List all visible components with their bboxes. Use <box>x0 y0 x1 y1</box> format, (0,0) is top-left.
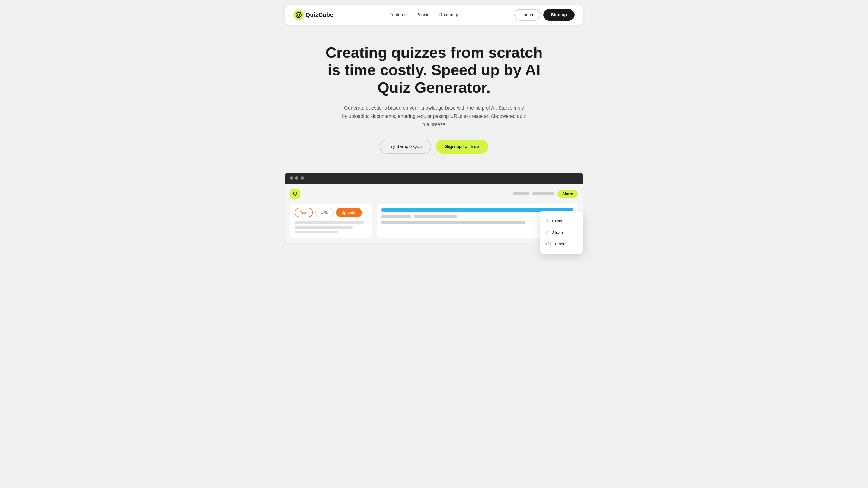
tab-url[interactable]: URL <box>315 208 334 217</box>
toolbar-placeholder-1 <box>513 193 529 195</box>
dropdown-embed-label: Embed <box>555 241 568 246</box>
demo-left-panel: Text URL Uploads <box>290 204 372 238</box>
dropdown-export-label: Export <box>552 219 564 223</box>
demo-app-toolbar: Q Share <box>290 189 578 199</box>
quiz-chip-2 <box>414 215 457 218</box>
toolbar-placeholder-2 <box>532 193 554 195</box>
logo-text: QuizCube <box>305 11 333 19</box>
demo-body: Text URL Uploads <box>290 204 578 238</box>
placeholder-line-2 <box>294 226 352 229</box>
login-button[interactable]: Log in <box>514 9 540 21</box>
placeholder-line-1 <box>294 221 364 224</box>
hero-subtitle: Generate questions based on your knowled… <box>342 104 526 129</box>
tab-uploads[interactable]: Uploads <box>336 208 362 217</box>
hero-buttons: Try Sample Quiz Sign up for free <box>317 140 551 154</box>
navbar: Q QuizCube Features Pricing Roadmap Log … <box>285 5 583 25</box>
placeholder-line-3 <box>294 231 338 233</box>
nav-actions: Log in Sign up <box>514 9 575 21</box>
demo-share-button[interactable]: Share <box>557 190 578 198</box>
dropdown-share[interactable]: ⤢ Share <box>540 227 583 238</box>
demo-tabs: Text URL Uploads <box>294 208 367 217</box>
quiz-chip-1 <box>381 215 411 218</box>
demo-titlebar <box>285 173 583 184</box>
nav-features[interactable]: Features <box>390 12 407 17</box>
share-icon: ⤢ <box>545 230 549 235</box>
nav-links: Features Pricing Roadmap <box>390 12 458 18</box>
hero-title: Creating quizzes from scratch is time co… <box>317 44 551 96</box>
quiz-answer-bar <box>381 221 525 224</box>
demo-window: Q Share Text URL Uploads <box>285 173 583 243</box>
dropdown-share-label: Share <box>552 230 563 235</box>
try-sample-button[interactable]: Try Sample Quiz <box>380 140 431 154</box>
share-dropdown: ⬆ Export ⤢ Share </> Embed <box>540 210 583 254</box>
titlebar-dot-2 <box>295 176 299 180</box>
titlebar-dot-1 <box>290 176 293 180</box>
logo[interactable]: Q QuizCube <box>293 10 333 20</box>
embed-icon: </> <box>545 241 552 247</box>
demo-logo: Q <box>290 189 300 199</box>
dropdown-export[interactable]: ⬆ Export <box>540 215 583 227</box>
hero-section: Creating quizzes from scratch is time co… <box>312 25 556 165</box>
demo-content: Q Share Text URL Uploads <box>285 184 583 243</box>
logo-icon: Q <box>293 10 304 20</box>
export-icon: ⬆ <box>545 218 549 223</box>
demo-container: Q Share Text URL Uploads <box>285 173 583 243</box>
dropdown-embed[interactable]: </> Embed <box>540 238 583 250</box>
nav-pricing[interactable]: Pricing <box>416 12 430 17</box>
titlebar-dot-3 <box>301 176 304 180</box>
logo-letter: Q <box>297 13 300 17</box>
signup-free-button[interactable]: Sign up for free <box>436 140 488 154</box>
nav-roadmap[interactable]: Roadmap <box>439 12 458 17</box>
signup-button[interactable]: Sign up <box>543 9 575 21</box>
demo-text-placeholder <box>294 221 367 233</box>
tab-text[interactable]: Text <box>294 208 313 217</box>
